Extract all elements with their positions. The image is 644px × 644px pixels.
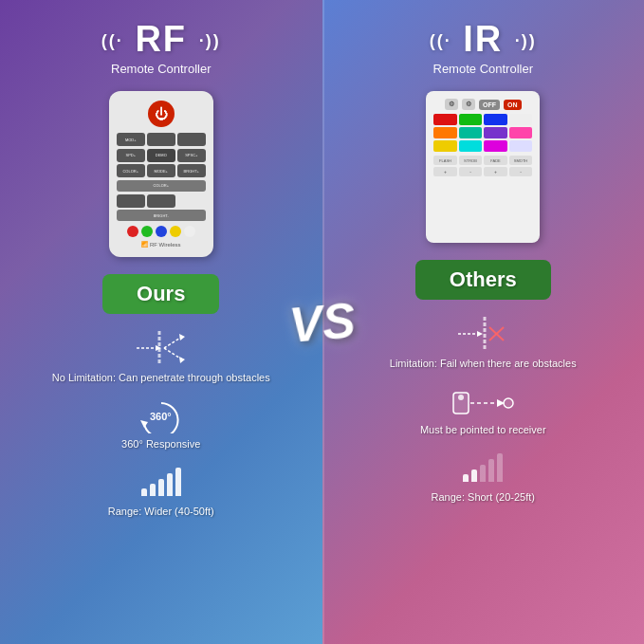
pointer-text: Must be pointed to receiver: [420, 423, 546, 436]
rf-remote-label: Remote Controller: [101, 62, 221, 76]
limitation-text: Limitation: Fail when there are obstacle…: [390, 357, 577, 370]
feature-limitation: Limitation: Fail when there are obstacle…: [332, 315, 635, 370]
irc-pink: [509, 127, 533, 138]
ir-label-text: IR: [463, 19, 503, 59]
bar-s5: [497, 453, 503, 482]
color-white: [184, 226, 195, 237]
rf-btn-6: SPSC+: [177, 149, 206, 162]
pointer-icon-area: [450, 381, 516, 419]
others-badge: Others: [415, 260, 551, 300]
penetrate-icon: [133, 329, 190, 367]
svg-line-3: [164, 337, 182, 348]
feature-no-limitation: No Limitation: Can penetrate through obs…: [9, 329, 313, 384]
rf-btn-8: MODE+: [147, 164, 175, 177]
svg-marker-11: [477, 331, 483, 337]
irc-cyan: [459, 140, 483, 152]
power-icon: ⏻: [155, 106, 168, 121]
irc-orange: [433, 127, 457, 138]
bar-s3: [480, 465, 486, 482]
ir-gear1: ⚙: [445, 99, 458, 110]
rf-btn-bright: BRIGHT-: [117, 210, 206, 221]
feature-range-short: Range: Short (20-25ft): [332, 449, 635, 504]
rf-wireless-label: 📶 RF Wireless: [141, 241, 181, 248]
svg-marker-7: [140, 420, 148, 428]
obstacle-icon-area: [454, 315, 511, 353]
signal-bars-wide: [141, 468, 181, 496]
ir-sb2: STROB: [459, 156, 483, 165]
svg-marker-6: [179, 357, 185, 363]
rf-btn-11: [147, 194, 175, 208]
360-text: 360° Responsive: [121, 437, 200, 451]
pointer-icon: [450, 381, 516, 419]
feature-range-wide: Range: Wider (40-50ft): [9, 463, 313, 518]
rf-btn-3: [177, 133, 206, 146]
rf-color-row: [127, 226, 195, 237]
svg-point-15: [458, 395, 464, 400]
svg-marker-4: [179, 334, 185, 340]
ir-sb5: +: [433, 167, 457, 176]
bar-1: [141, 488, 147, 496]
rf-btn-2: [147, 133, 175, 146]
rf-label-text: RF: [135, 19, 187, 59]
bar-2: [150, 484, 156, 496]
bar-4: [167, 473, 173, 496]
rf-btn-5: DEMO: [147, 149, 175, 162]
ir-header: ((· IR ·)) Remote Controller: [430, 19, 537, 76]
ir-side-buttons: FLASH STROB FADE SMOTH + - + -: [433, 156, 532, 176]
bar-s4: [488, 459, 494, 482]
feature-point-to-receiver: Must be pointed to receiver: [332, 381, 635, 436]
bar-s1: [463, 474, 469, 482]
rf-header: ((· RF ·)) Remote Controller: [101, 19, 221, 76]
bars-short-icon-area: [463, 449, 503, 487]
range-wide-text: Range: Wider (40-50ft): [108, 505, 214, 518]
rf-buttons-grid: MOD+ SPD+ DEMO SPSC+ COLOR+ MODE+ BRGHT+…: [117, 133, 206, 222]
irc-light: [509, 140, 533, 152]
ir-sb1: FLASH: [433, 156, 457, 165]
irc-purple: [484, 127, 507, 138]
svg-line-5: [164, 348, 182, 359]
bar-3: [158, 479, 164, 496]
vs-divider: VS: [285, 285, 360, 360]
svg-point-18: [504, 398, 513, 408]
obstacle-icon: [454, 315, 511, 353]
ir-remote-label: Remote Controller: [430, 62, 537, 76]
ir-on-btn: ON: [504, 100, 522, 110]
ir-sb3: FADE: [484, 156, 507, 165]
bars-wide-icon-area: [141, 463, 181, 501]
ir-sb6: -: [459, 167, 483, 176]
no-limitation-text: No Limitation: Can penetrate through obs…: [52, 371, 270, 384]
ir-sb8: -: [509, 167, 533, 176]
ir-gear2: ⚙: [462, 99, 475, 110]
rf-btn-4: SPD+: [117, 149, 145, 162]
feature-360: 360° 360° Responsive: [9, 396, 313, 451]
color-yellow: [170, 226, 181, 237]
ir-remote-image: ⚙ ⚙ OFF ON FLASH STROB: [426, 91, 540, 243]
rf-title: ((· RF ·)): [101, 19, 221, 60]
rf-btn-color: COLOR+: [117, 180, 206, 192]
left-panel: ((· RF ·)) Remote Controller ⏻ MOD+ SPD+…: [0, 0, 322, 644]
color-green: [141, 226, 153, 237]
range-short-text: Range: Short (20-25ft): [432, 490, 535, 504]
rf-btn-7: COLOR+: [117, 164, 145, 177]
irc-teal: [459, 127, 483, 138]
irc-magenta: [484, 140, 507, 152]
rf-btn-10: [117, 194, 145, 208]
ir-title: ((· IR ·)): [430, 19, 537, 60]
irc-blue: [484, 114, 507, 125]
signal-bars-short: [463, 453, 503, 482]
bar-5: [175, 468, 181, 496]
wifi-symbol: 📶: [141, 241, 148, 248]
ir-signal-right: ·)): [515, 31, 537, 51]
rf-remote-image: ⏻ MOD+ SPD+ DEMO SPSC+ COLOR+ MODE+ BRGH…: [109, 91, 213, 257]
ir-sb4: SMOTH: [509, 156, 533, 165]
penetrate-icon-area: [133, 329, 190, 367]
ir-color-grid: [433, 114, 532, 152]
rf-btn-1: MOD+: [117, 133, 145, 146]
vs-text: VS: [286, 291, 357, 354]
ir-signal-left: ((·: [430, 31, 451, 51]
irc-red: [433, 114, 457, 125]
right-panel: ((· IR ·)) Remote Controller ⚙ ⚙ OFF ON: [322, 0, 645, 644]
ir-sb7: +: [484, 167, 507, 176]
ir-top-row: ⚙ ⚙ OFF ON: [445, 99, 522, 110]
svg-text:360°: 360°: [150, 411, 172, 422]
